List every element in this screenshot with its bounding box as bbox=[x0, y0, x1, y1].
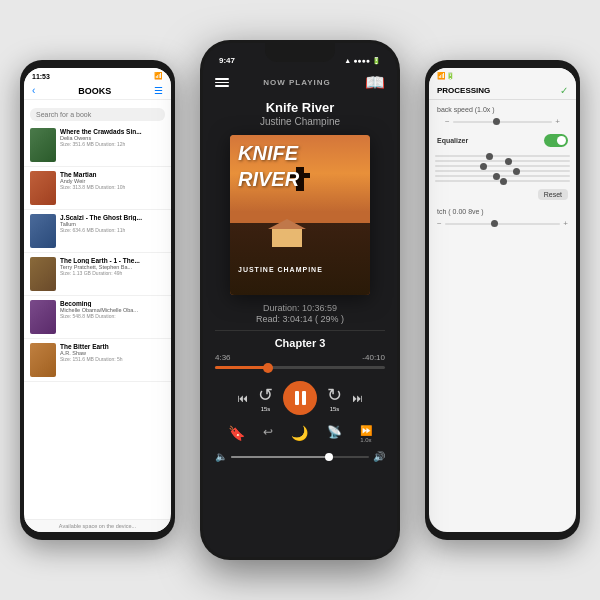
center-time: 9:47 bbox=[219, 56, 235, 65]
speed-slider[interactable]: − + bbox=[437, 117, 568, 126]
cover-title-knife: KNIFE bbox=[238, 143, 298, 163]
book-title: J.Scalzi - The Ghost Brig... bbox=[60, 214, 165, 221]
rewind-icon: ⏮ bbox=[237, 392, 248, 404]
list-item[interactable]: Where the Crawdads Sin... Delia Owens Si… bbox=[24, 124, 171, 167]
fast-forward-button[interactable]: ⏭ bbox=[352, 392, 363, 404]
eq-slider-1 bbox=[435, 155, 570, 157]
eq-track[interactable] bbox=[435, 160, 570, 162]
skip-forward-button[interactable]: ↻ 15s bbox=[327, 384, 342, 412]
center-header: NOW PLAYING 📖 bbox=[203, 69, 397, 98]
book-thumbnail bbox=[30, 128, 56, 162]
pause-icon bbox=[295, 391, 306, 405]
skip-forward-icon: ↻ bbox=[327, 384, 342, 406]
pitch-plus-icon[interactable]: + bbox=[563, 219, 568, 228]
search-input[interactable] bbox=[30, 108, 165, 121]
list-item[interactable]: The Bitter Earth A.R. Shaw Size: 151.6 M… bbox=[24, 339, 171, 382]
speed-track bbox=[453, 121, 553, 123]
book-info: The Bitter Earth A.R. Shaw Size: 151.6 M… bbox=[60, 343, 165, 362]
reset-button[interactable]: Reset bbox=[538, 189, 568, 200]
volume-fill bbox=[231, 456, 328, 458]
volume-row: 🔈 🔊 bbox=[203, 449, 397, 466]
book-info: Where the Crawdads Sin... Delia Owens Si… bbox=[60, 128, 165, 147]
left-status-bar: 11:53 📶 bbox=[24, 68, 171, 82]
cover-title-river: RIVER bbox=[238, 169, 299, 189]
left-status-icons: 📶 bbox=[154, 72, 163, 80]
list-item[interactable]: J.Scalzi - The Ghost Brig... Tallum Size… bbox=[24, 210, 171, 253]
book-cover-art[interactable]: KNIFE RIVER JUSTINE CHAMPINE bbox=[230, 135, 370, 295]
book-title: Becoming bbox=[60, 300, 165, 307]
center-book-title: Knife River bbox=[203, 98, 397, 116]
chapters-button[interactable]: ↩ bbox=[263, 425, 273, 443]
eq-track[interactable] bbox=[435, 165, 570, 167]
right-phone-screen: 📶🔋 PROCESSING ✓ back speed (1.0x ) − + E… bbox=[429, 68, 576, 532]
scene: 11:53 📶 ‹ BOOKS ☰ Where the Crawdads Sin… bbox=[0, 0, 600, 600]
eq-dot bbox=[513, 168, 520, 175]
eq-track[interactable] bbox=[435, 175, 570, 177]
right-status-icons: 📶🔋 bbox=[437, 72, 455, 80]
eq-track[interactable] bbox=[435, 155, 570, 157]
pitch-minus-icon[interactable]: − bbox=[437, 219, 442, 228]
pitch-track[interactable] bbox=[445, 223, 561, 225]
volume-high-icon: 🔊 bbox=[373, 451, 385, 462]
book-thumbnail bbox=[30, 300, 56, 334]
skip-back-button[interactable]: ↺ 15s bbox=[258, 384, 273, 412]
eq-dot bbox=[505, 158, 512, 165]
right-phone: 📶🔋 PROCESSING ✓ back speed (1.0x ) − + E… bbox=[425, 60, 580, 540]
filter-icon[interactable]: ☰ bbox=[154, 85, 163, 96]
bookmark-icon: 🔖 bbox=[228, 425, 245, 441]
cover-author: JUSTINE CHAMPINE bbox=[238, 266, 323, 273]
book-thumbnail bbox=[30, 257, 56, 291]
back-arrow-icon[interactable]: ‹ bbox=[32, 85, 35, 96]
progress-elapsed: 4:36 bbox=[215, 353, 231, 362]
progress-bar[interactable] bbox=[215, 366, 385, 369]
equalizer-toggle[interactable] bbox=[544, 134, 568, 147]
eq-dot bbox=[480, 163, 487, 170]
right-header: PROCESSING ✓ bbox=[429, 82, 576, 100]
center-phone-screen: 9:47 ▲ ●●●● 🔋 NOW PLAYING 📖 Knife River … bbox=[203, 43, 397, 557]
plus-icon[interactable]: + bbox=[555, 117, 560, 126]
progress-dot bbox=[263, 363, 273, 373]
minus-icon[interactable]: − bbox=[445, 117, 450, 126]
skip-back-icon: ↺ bbox=[258, 384, 273, 406]
book-meta: Size: 351.6 MB Duration: 12h bbox=[60, 141, 165, 147]
eq-dot bbox=[500, 178, 507, 185]
bookmark-button[interactable]: 🔖 bbox=[228, 425, 245, 443]
fast-forward-icon: ⏭ bbox=[352, 392, 363, 404]
skip-back-label: 15s bbox=[261, 406, 271, 412]
book-meta: Size: 151.6 MB Duration: 5h bbox=[60, 356, 165, 362]
eq-controls: Reset bbox=[429, 185, 576, 204]
eq-track[interactable] bbox=[435, 180, 570, 182]
left-header: ‹ BOOKS ☰ bbox=[24, 82, 171, 100]
list-item[interactable]: The Long Earth - 1 - The... Terry Pratch… bbox=[24, 253, 171, 296]
library-icon[interactable]: 📖 bbox=[365, 73, 385, 92]
speed-button[interactable]: ⏩ 1.0x bbox=[360, 425, 372, 443]
left-phone: 11:53 📶 ‹ BOOKS ☰ Where the Crawdads Sin… bbox=[20, 60, 175, 540]
equalizer-label: Equalizer bbox=[437, 137, 468, 144]
airplay-button[interactable]: 📡 bbox=[327, 425, 342, 443]
left-search-bar bbox=[24, 100, 171, 124]
list-item[interactable]: The Martian Andy Weir Size: 313.8 MB Dur… bbox=[24, 167, 171, 210]
processing-title: PROCESSING bbox=[437, 86, 490, 95]
eq-dot bbox=[486, 153, 493, 160]
playback-controls: ⏮ ↺ 15s ↻ 15s ⏭ bbox=[203, 377, 397, 423]
rewind-button[interactable]: ⏮ bbox=[237, 392, 248, 404]
eq-track[interactable] bbox=[435, 170, 570, 172]
sleep-timer-button[interactable]: 🌙 bbox=[291, 425, 308, 443]
speed-section: back speed (1.0x ) − + bbox=[429, 100, 576, 130]
eq-dot bbox=[493, 173, 500, 180]
center-book-author: Justine Champine bbox=[203, 116, 397, 135]
check-icon[interactable]: ✓ bbox=[560, 85, 568, 96]
volume-low-icon: 🔈 bbox=[215, 451, 227, 462]
pitch-slider-row: − + bbox=[429, 219, 576, 228]
chapters-icon: ↩ bbox=[263, 425, 273, 439]
book-info: The Long Earth - 1 - The... Terry Pratch… bbox=[60, 257, 165, 276]
menu-icon[interactable] bbox=[215, 78, 229, 87]
book-thumbnail bbox=[30, 171, 56, 205]
book-info: Becoming Michelle Obama/Michelle Oba... … bbox=[60, 300, 165, 319]
left-header-title: BOOKS bbox=[39, 86, 150, 96]
book-title: The Long Earth - 1 - The... bbox=[60, 257, 165, 264]
center-status-icons: ▲ ●●●● 🔋 bbox=[344, 57, 381, 65]
list-item[interactable]: Becoming Michelle Obama/Michelle Oba... … bbox=[24, 296, 171, 339]
volume-slider[interactable] bbox=[231, 456, 369, 458]
pause-button[interactable] bbox=[283, 381, 317, 415]
